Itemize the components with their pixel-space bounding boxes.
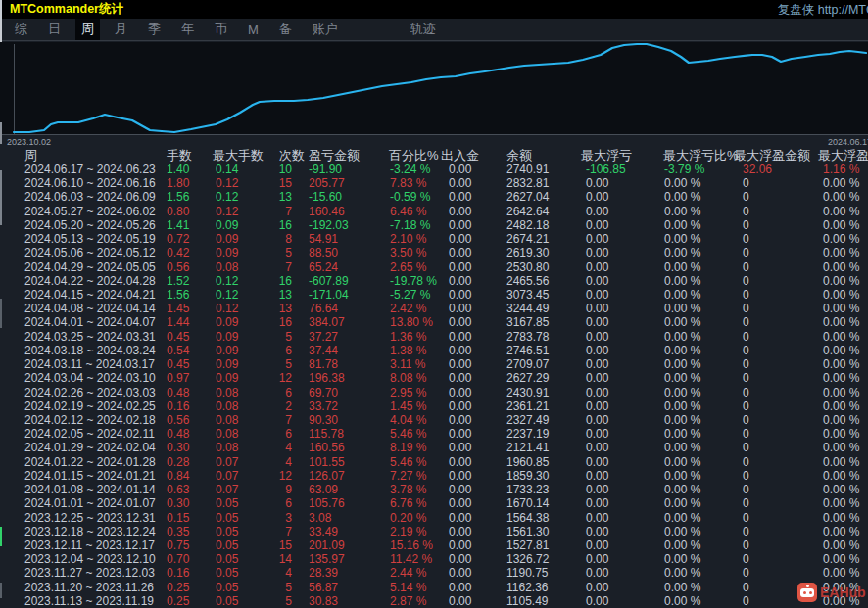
table-row[interactable]: 2023.12.18 ~ 2023.12.240.350.05733.492.1…	[0, 525, 868, 538]
cell-lots: 0.42	[167, 246, 208, 259]
table-row[interactable]: 2023.12.25 ~ 2023.12.310.150.0533.080.20…	[0, 511, 868, 525]
cell-max-float-loss-pct: 0.00 %	[664, 344, 735, 357]
table-row[interactable]: 2023.11.13 ~ 2023.11.190.250.05530.832.8…	[0, 594, 868, 608]
cell-max-lots: 0.12	[216, 288, 257, 302]
watermark-label: EAHub	[820, 585, 866, 600]
table-row[interactable]: 2024.01.08 ~ 2024.01.140.630.07963.093.7…	[0, 483, 868, 496]
cell-profit: 196.38	[309, 371, 385, 385]
cell-max-float-profit-pct: 0.00 %	[823, 232, 868, 246]
menu-item-8[interactable]: M	[242, 21, 265, 39]
cell-max-float-profit: 0	[743, 302, 813, 315]
table-row[interactable]: 2024.02.26 ~ 2024.03.030.480.08669.702.9…	[0, 386, 868, 399]
cell-max-float-loss: 0.00	[586, 441, 656, 454]
cell-max-float-loss: 0.00	[586, 246, 656, 259]
cell-max-float-loss-pct: 0.00 %	[664, 455, 735, 469]
table-row[interactable]: 2024.02.05 ~ 2024.02.110.480.086115.785.…	[0, 427, 868, 441]
cell-max-lots: 0.07	[216, 469, 257, 483]
cell-percent: 8.19 %	[390, 441, 451, 454]
cell-max-float-profit: 0	[743, 246, 813, 259]
cell-max-float-profit-pct: 0.00 %	[823, 176, 868, 190]
cell-max-float-loss-pct: 0.00 %	[664, 232, 735, 246]
cell-trades: 15	[253, 176, 292, 190]
table-row[interactable]: 2024.05.27 ~ 2024.06.020.800.127160.466.…	[0, 205, 868, 218]
table-row[interactable]: 2023.12.04 ~ 2023.12.100.700.0514135.971…	[0, 552, 868, 566]
cell-profit: 37.27	[309, 330, 385, 344]
cell-max-float-profit: 0	[743, 330, 813, 344]
cell-percent: 2.10 %	[390, 232, 451, 246]
table-row[interactable]: 2024.06.10 ~ 2024.06.161.800.1215205.777…	[0, 176, 868, 190]
cell-deposit: 0.00	[449, 413, 500, 427]
cell-max-float-loss: 0.00	[586, 330, 656, 344]
cell-profit: 69.70	[309, 386, 385, 399]
table-row[interactable]: 2024.02.19 ~ 2024.02.250.160.08233.721.4…	[0, 399, 868, 413]
titlebar-link[interactable]: 复盘侠 http://MTCo	[778, 2, 868, 19]
table-row[interactable]: 2024.02.12 ~ 2024.02.180.560.08790.304.0…	[0, 413, 868, 427]
cell-balance: 1561.30	[506, 525, 577, 538]
cell-deposit: 0.00	[449, 483, 500, 496]
cell-max-lots: 0.12	[216, 205, 257, 218]
table-row[interactable]: 2024.04.29 ~ 2024.05.050.560.08765.242.6…	[0, 260, 868, 274]
menu-item-5[interactable]: 季	[142, 19, 167, 40]
table-row[interactable]: 2023.11.27 ~ 2023.12.030.160.05428.392.4…	[0, 566, 868, 580]
menu-item-1[interactable]: 综	[9, 19, 33, 40]
cell-lots: 0.28	[167, 455, 208, 469]
table-row[interactable]: 2024.04.08 ~ 2024.04.141.450.121376.642.…	[0, 302, 868, 315]
cell-max-float-profit: 0	[743, 371, 813, 385]
table-row[interactable]: 2024.01.15 ~ 2024.01.210.840.0712126.077…	[0, 469, 868, 483]
menu-item-3[interactable]: 周	[75, 19, 100, 40]
cell-lots: 0.56	[167, 260, 208, 274]
cell-lots: 1.45	[167, 302, 208, 315]
table-row[interactable]: 2024.03.11 ~ 2024.03.170.450.09581.783.1…	[0, 357, 868, 371]
menu-item-2[interactable]: 日	[42, 19, 67, 40]
table-row[interactable]: 2024.03.25 ~ 2024.03.310.450.09537.271.3…	[0, 330, 868, 344]
cell-lots: 0.45	[167, 357, 208, 371]
table-row[interactable]: 2023.11.20 ~ 2023.11.260.250.05556.875.1…	[0, 581, 868, 594]
cell-balance: 2832.81	[506, 176, 577, 190]
cell-date-range: 2024.06.03 ~ 2024.06.09	[24, 190, 169, 204]
cell-max-float-profit-pct: 1.16 %	[823, 163, 868, 176]
menu-item-6[interactable]: 年	[175, 19, 200, 40]
table-row[interactable]: 2024.06.03 ~ 2024.06.091.560.1213-15.60-…	[0, 190, 868, 204]
table-row[interactable]: 2024.04.15 ~ 2024.04.211.560.1213-171.04…	[0, 288, 868, 302]
cell-max-float-profit: 0	[743, 190, 813, 204]
cell-deposit: 0.00	[449, 315, 500, 329]
cell-lots: 0.97	[167, 371, 208, 385]
table-row[interactable]: 2024.04.22 ~ 2024.04.281.520.1216-607.89…	[0, 274, 868, 288]
table-row[interactable]: 2024.01.01 ~ 2024.01.070.300.056105.766.…	[0, 496, 868, 510]
table-row[interactable]: 2024.05.13 ~ 2024.05.190.720.09854.912.1…	[0, 232, 868, 246]
cell-max-float-profit: 0	[743, 427, 813, 441]
cell-max-lots: 0.05	[216, 496, 257, 510]
table-row[interactable]: 2024.05.20 ~ 2024.05.261.410.0916-192.03…	[0, 218, 868, 232]
cell-profit: 384.07	[309, 315, 385, 329]
cell-max-float-loss-pct: 0.00 %	[664, 218, 735, 232]
cell-percent: 6.76 %	[390, 496, 451, 510]
cell-max-float-loss-pct: 0.00 %	[664, 538, 735, 552]
table-row[interactable]: 2024.03.04 ~ 2024.03.100.970.0912196.388…	[0, 371, 868, 385]
table-row[interactable]: 2024.05.06 ~ 2024.05.120.420.09588.503.5…	[0, 246, 868, 259]
balance-chart	[0, 42, 868, 135]
cell-lots: 0.30	[167, 441, 208, 454]
cell-date-range: 2024.03.11 ~ 2024.03.17	[24, 357, 169, 371]
table-row[interactable]: 2023.12.11 ~ 2023.12.170.750.0515201.091…	[0, 538, 868, 552]
cell-max-float-loss: 0.00	[586, 413, 656, 427]
menu-item-4[interactable]: 月	[109, 19, 133, 40]
menu-item-10[interactable]: 账户	[307, 19, 344, 40]
cell-max-float-profit: 0	[743, 176, 813, 190]
table-row[interactable]: 2024.04.01 ~ 2024.04.071.440.0916384.071…	[0, 315, 868, 329]
cell-lots: 0.16	[167, 566, 208, 580]
menu-item-7[interactable]: 币	[209, 19, 233, 40]
menu-item-9[interactable]: 备	[273, 19, 298, 40]
table-row[interactable]: 2024.01.29 ~ 2024.02.040.300.084160.568.…	[0, 441, 868, 454]
cell-percent: 5.46 %	[390, 427, 451, 441]
cell-profit: 90.30	[309, 413, 385, 427]
cell-trades: 6	[253, 427, 292, 441]
cell-date-range: 2024.06.17 ~ 2024.06.23	[24, 163, 169, 176]
cell-deposit: 0.00	[449, 581, 500, 594]
cell-max-float-profit-pct: 0.00 %	[823, 552, 868, 566]
cell-max-float-loss-pct: 0.00 %	[664, 371, 735, 385]
table-row[interactable]: 2024.06.17 ~ 2024.06.231.400.1410-91.90-…	[0, 163, 868, 176]
table-row[interactable]: 2024.03.18 ~ 2024.03.240.540.09637.441.3…	[0, 344, 868, 357]
menu-item-track[interactable]: 轨迹	[405, 19, 442, 40]
table-row[interactable]: 2024.01.22 ~ 2024.01.280.280.074101.555.…	[0, 455, 868, 469]
cell-balance: 1105.49	[506, 594, 577, 608]
